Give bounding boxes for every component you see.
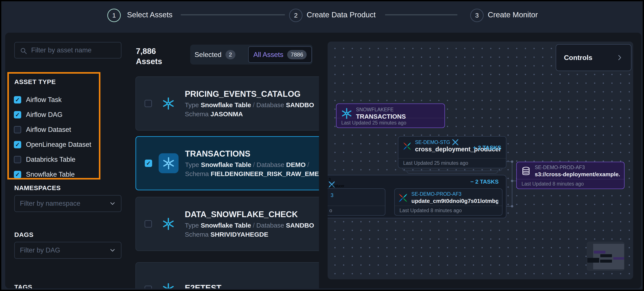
asset-checkbox[interactable] — [144, 220, 152, 227]
assets-tabbar: Selected 2 All Assets 7886 — [190, 45, 312, 65]
snowflake-icon — [158, 94, 178, 113]
asset-card-e2etest[interactable]: E2ETEST — [136, 262, 319, 288]
checkbox-airflow-dataset[interactable] — [14, 126, 21, 133]
edge-dot — [511, 205, 513, 207]
asset-type-title: ASSET TYPE — [14, 78, 56, 86]
asset-card-transactions[interactable]: TRANSACTIONS Type Snowflake Table/Databa… — [136, 136, 319, 190]
graph-node-update-task[interactable]: SE-DEMO-PROD-AF3 update_cm9t0dnoi0g7s01l… — [394, 188, 502, 216]
checkbox-label: Airflow DAG — [26, 111, 62, 119]
namespaces-title: NAMESPACES — [14, 184, 60, 192]
graph-node-cross-deployment-producer[interactable]: SE-DEMO-STG cross_deployment_producer + … — [398, 136, 506, 168]
asset-meta-line2: Schema FIELDENGINEER_RISK_RAW_EMEA — [185, 170, 319, 178]
edge-dot — [511, 180, 513, 182]
checkbox-databricks-table[interactable] — [14, 156, 21, 163]
dag-placeholder: Filter by DAG — [20, 246, 60, 254]
asset-search[interactable] — [14, 42, 122, 59]
checkbox-airflow-dag[interactable] — [14, 111, 21, 118]
asset-list[interactable]: PRICING_EVENTS_CATALOG Type Snowflake Ta… — [136, 74, 319, 288]
node-stack-layer — [406, 171, 498, 174]
asset-checkbox[interactable] — [144, 100, 152, 107]
database-icon — [521, 166, 531, 177]
tab-all-assets-label: All Assets — [254, 51, 284, 59]
asset-meta-line2: Schema JASONMA — [185, 110, 314, 118]
asset-type-row-airflow-dataset[interactable]: Airflow Dataset — [14, 126, 71, 134]
asset-type-row-databricks-table[interactable]: Databricks Table — [14, 156, 76, 163]
step-1-label: Select Assets — [127, 9, 172, 21]
minimap-node — [587, 258, 599, 263]
step-1-circle: 1 — [107, 9, 121, 22]
node-name: s3://cross-deployment/example.csv — [535, 170, 620, 178]
node-last-updated: Last Updated 25 minutes ago — [336, 118, 444, 128]
node-last-updated: Last Updated 25 minutes ago — [398, 158, 506, 168]
dags-title: DAGS — [14, 231, 34, 238]
tab-selected-count-badge: 2 — [226, 50, 236, 59]
search-input[interactable] — [15, 43, 121, 58]
asset-checkbox[interactable] — [145, 160, 152, 167]
node-last-updated-fragment: o — [328, 206, 385, 215]
node-namespace: SE-DEMO-PROD-AF3 — [411, 191, 498, 197]
graph-node-partial-task[interactable]: 3 o — [328, 188, 386, 216]
controls-button[interactable]: Controls — [556, 44, 632, 71]
asset-type-row-airflow-task[interactable]: Airflow Task — [14, 96, 62, 104]
checkbox-label: Snowflake Table — [26, 171, 75, 178]
dag-filter-dropdown[interactable]: Filter by DAG — [14, 242, 122, 259]
edge-line — [512, 162, 512, 206]
snowflake-icon — [341, 108, 352, 119]
asset-meta-line1: Type Snowflake Table/Database DEMO/ — [185, 161, 319, 168]
chevron-down-icon — [109, 200, 116, 207]
checkbox-openlineage-dataset[interactable] — [14, 141, 21, 148]
airflow-outline-icon — [452, 139, 458, 145]
asset-card-pricing-events-catalog[interactable]: PRICING_EVENTS_CATALOG Type Snowflake Ta… — [136, 76, 319, 131]
step-1-number: 1 — [112, 12, 116, 19]
tab-selected[interactable]: Selected 2 — [194, 45, 236, 65]
checkbox-label: OpenLineage Dataset — [26, 141, 91, 149]
chevron-down-icon — [109, 247, 116, 253]
asset-title: PRICING_EVENTS_CATALOG — [185, 89, 314, 99]
asset-checkbox[interactable] — [144, 285, 152, 288]
step-2-circle: 2 — [289, 9, 302, 22]
tab-selected-label: Selected — [194, 51, 222, 59]
node-namespace: SNOWFLAKEFE — [356, 107, 406, 113]
stepper-bar: 1 Select Assets 2 Create Data Product 3 … — [1, 1, 643, 31]
checkbox-snowflake-table[interactable] — [14, 171, 21, 178]
collapse-tasks-button[interactable]: − 2 TASKS — [470, 178, 498, 185]
graph-minimap[interactable] — [587, 242, 624, 271]
asset-type-row-snowflake-table[interactable]: Snowflake Table — [14, 171, 75, 178]
assets-count-number: 7,886 — [136, 46, 162, 56]
asset-type-row-airflow-dag[interactable]: Airflow DAG — [14, 111, 62, 119]
node-namespace-fragment: 3 — [331, 192, 334, 198]
node-last-updated: Last Updated 8 minutes ago — [395, 206, 502, 215]
step-3-circle: 3 — [470, 9, 484, 22]
assets-count-label: Assets — [136, 56, 162, 67]
checkbox-label: Airflow Task — [26, 96, 62, 104]
asset-type-row-openlineage-dataset[interactable]: OpenLineage Dataset — [14, 141, 91, 149]
node-name: update_cm9t0dnoi0g7s01lotmbgm9gy — [411, 197, 498, 205]
asset-title: TRANSACTIONS — [185, 149, 319, 158]
asset-meta-line1: Type Snowflake Table/Database SANDBO — [185, 222, 314, 229]
graph-node-s3-example-csv[interactable]: SE-DEMO-PROD-AF3 s3://cross-deployment/e… — [516, 162, 624, 189]
asset-title: DATA_SNOWFLAKE_CHECK — [185, 210, 314, 219]
tab-all-assets-count-badge: 7886 — [287, 50, 307, 59]
expand-tasks-button[interactable]: + 2 TASKS — [473, 144, 501, 151]
asset-meta-line2: Schema SHRIVIDYAHEGDE — [185, 231, 314, 238]
minimap-node — [600, 254, 612, 257]
main-panel: ASSET TYPE Airflow Task Airflow DAG Airf… — [5, 33, 642, 288]
asset-card-data-snowflake-check[interactable]: DATA_SNOWFLAKE_CHECK Type Snowflake Tabl… — [136, 197, 319, 251]
step-2-label: Create Data Product — [307, 9, 376, 21]
checkbox-label: Airflow Dataset — [26, 126, 71, 134]
step-3-number: 3 — [475, 12, 479, 19]
tab-all-assets[interactable]: All Assets 7886 — [248, 46, 312, 63]
snowflake-icon — [158, 279, 178, 288]
graph-node-transactions[interactable]: SNOWFLAKEFE TRANSACTIONS Last Updated 25… — [336, 104, 445, 128]
checkbox-airflow-task[interactable] — [14, 96, 21, 104]
asset-meta-line1: Type Snowflake Table/Database SANDBO — [185, 101, 314, 109]
lineage-graph-panel[interactable]: Controls SNOWFLAKEFE TRANSACTIONS — [328, 42, 633, 279]
minimap-node — [600, 260, 612, 263]
step-connector-2 — [385, 14, 458, 15]
app-frame: 1 Select Assets 2 Create Data Product 3 … — [1, 1, 643, 290]
asset-title: E2ETEST — [185, 283, 222, 288]
namespace-filter-dropdown[interactable]: Filter by namespace — [14, 195, 122, 212]
checkbox-label: Databricks Table — [26, 156, 76, 163]
node-namespace: SE-DEMO-PROD-AF3 — [535, 164, 620, 170]
minimap-node — [613, 257, 624, 260]
